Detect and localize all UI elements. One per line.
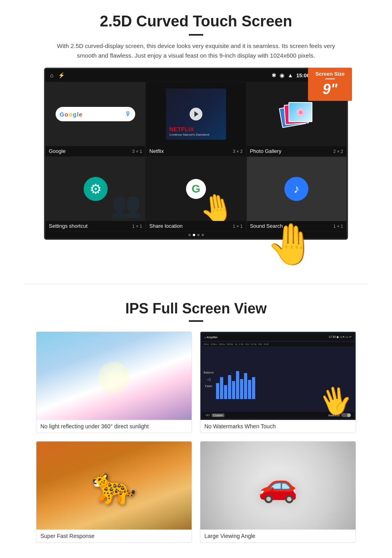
- app-cell-settings[interactable]: 👥 Settings shortcut 1 × 1: [45, 157, 146, 231]
- section-ips: IPS Full Screen View No light reflecting…: [0, 296, 392, 551]
- wifi-icon: ▲: [288, 72, 293, 78]
- netflix-bg: NETFLIX Continue Marvel's Daredevil: [146, 82, 246, 146]
- phone-screen: ⌂ ⚡ ✱ ◉ ▲ 15:06 ◫ ◁ ✕ ▭: [44, 68, 348, 240]
- sunlight-img: [36, 332, 192, 420]
- bluetooth-icon: ✱: [272, 72, 276, 78]
- amplifier-screen: ⌂ Amplifier 17:33 ◉ ◁ ✕ ▭ ↩ 60hz 100hz 2…: [200, 332, 356, 420]
- sound-bg: [247, 157, 346, 221]
- status-bar-left: ⌂ ⚡: [50, 72, 65, 78]
- settings-cell-inner: 👥: [46, 157, 145, 221]
- photo-size: 2 × 2: [333, 149, 343, 154]
- app-cell-share[interactable]: G 🤚 Share location 1 × 1: [146, 157, 246, 231]
- usb-icon: ⚡: [58, 72, 65, 78]
- car-img-wrap: [200, 442, 356, 530]
- badge-title: Screen Size: [313, 71, 347, 77]
- location-icon: ◉: [280, 72, 284, 78]
- netflix-play-btn[interactable]: [190, 108, 202, 120]
- google-bg: Google 🎙: [46, 82, 145, 146]
- feature-grid: No light reflecting under 360° direct su…: [24, 331, 368, 543]
- sunlight-label: No light reflecting under 360° direct su…: [36, 420, 192, 433]
- section1-divider: [189, 34, 203, 36]
- netflix-subtitle: Continue Marvel's Daredevil: [169, 133, 209, 136]
- feature-card-watermark: ⌂ Amplifier 17:33 ◉ ◁ ✕ ▭ ↩ 60hz 100hz 2…: [200, 331, 356, 433]
- app-grid-row1: Google 🎙 Google 3 × 1: [45, 82, 347, 157]
- section1-description: With 2.5D curved-display screen, this de…: [56, 41, 336, 60]
- section2-divider: [189, 320, 203, 322]
- google-logo: Google: [60, 111, 82, 118]
- netflix-size: 3 × 2: [233, 149, 243, 154]
- hand-touch-img: 🤚: [44, 224, 348, 264]
- photo-label: Photo Gallery 2 × 2: [247, 146, 346, 156]
- netflix-figure: NETFLIX Continue Marvel's Daredevil: [166, 88, 226, 140]
- section-divider: [24, 284, 368, 284]
- section-curved-screen: 2.5D Curved Touch Screen With 2.5D curve…: [0, 0, 392, 272]
- viewing-label: Large Viewing Angle: [200, 530, 356, 542]
- netflix-logo: NETFLIX: [169, 126, 194, 132]
- photo-name: Photo Gallery: [250, 148, 282, 154]
- section2-title: IPS Full Screen View: [24, 300, 368, 317]
- app-cell-google[interactable]: Google 🎙 Google 3 × 1: [45, 82, 146, 157]
- settings-faded-bg-icon: 👥: [111, 191, 141, 219]
- feature-card-sunlight: No light reflecting under 360° direct su…: [36, 331, 192, 433]
- cheetah-image: [36, 442, 192, 530]
- screen-wrap: Screen Size 9" ⌂ ⚡ ✱ ◉ ▲ 15:06 ◫ ◁ ✕: [44, 68, 348, 264]
- google-cell-inner: Google 🎙: [46, 82, 145, 146]
- google-name: Google: [49, 148, 66, 154]
- screen-size-badge: Screen Size 9": [308, 68, 352, 101]
- amplifier-img-wrap: ⌂ Amplifier 17:33 ◉ ◁ ✕ ▭ ↩ 60hz 100hz 2…: [200, 332, 356, 420]
- status-time: 15:06: [296, 72, 310, 78]
- maps-icon: G: [186, 179, 206, 199]
- settings-bg: 👥: [46, 157, 145, 221]
- app-cell-netflix[interactable]: NETFLIX Continue Marvel's Daredevil Netf…: [146, 82, 246, 157]
- share-cell-inner: G 🤚: [146, 157, 246, 221]
- google-mic-icon[interactable]: 🎙: [125, 110, 131, 118]
- badge-divider: [325, 78, 335, 79]
- amp-topbar: ⌂ Amplifier 17:33 ◉ ◁ ✕ ▭ ↩: [202, 333, 354, 341]
- feature-card-viewing: Large Viewing Angle: [200, 441, 356, 543]
- fast-label: Super Fast Response: [36, 530, 192, 542]
- photo-stack: [280, 100, 312, 128]
- google-size: 3 × 1: [132, 149, 142, 154]
- share-bg: G 🤚: [146, 157, 246, 221]
- netflix-cell-inner: NETFLIX Continue Marvel's Daredevil: [146, 82, 246, 146]
- sky-image: [36, 332, 192, 420]
- settings-gear-icon: [84, 177, 108, 201]
- car-image: [200, 442, 356, 530]
- google-label: Google 3 × 1: [46, 146, 145, 156]
- feature-card-fast: Super Fast Response: [36, 441, 192, 543]
- status-bar: ⌂ ⚡ ✱ ◉ ▲ 15:06 ◫ ◁ ✕ ▭: [45, 69, 347, 82]
- eq-bars: [216, 353, 255, 405]
- netflix-name: Netflix: [149, 148, 164, 154]
- cheetah-img-wrap: [36, 442, 192, 530]
- watermark-label: No Watermarks When Touch: [200, 420, 356, 433]
- app-cell-sound[interactable]: Sound Search 1 × 1: [246, 157, 347, 231]
- app-grid-row2: 👥 Settings shortcut 1 × 1 G: [45, 157, 347, 231]
- netflix-label: Netflix 3 × 2: [146, 146, 246, 156]
- photo-card-3: [288, 102, 312, 122]
- section1-title: 2.5D Curved Touch Screen: [24, 13, 368, 30]
- badge-size: 9": [313, 81, 347, 98]
- home-icon: ⌂: [50, 72, 53, 78]
- google-search-bar[interactable]: Google 🎙: [56, 107, 135, 121]
- sound-icon: [284, 177, 308, 201]
- sound-cell-inner: [247, 157, 346, 221]
